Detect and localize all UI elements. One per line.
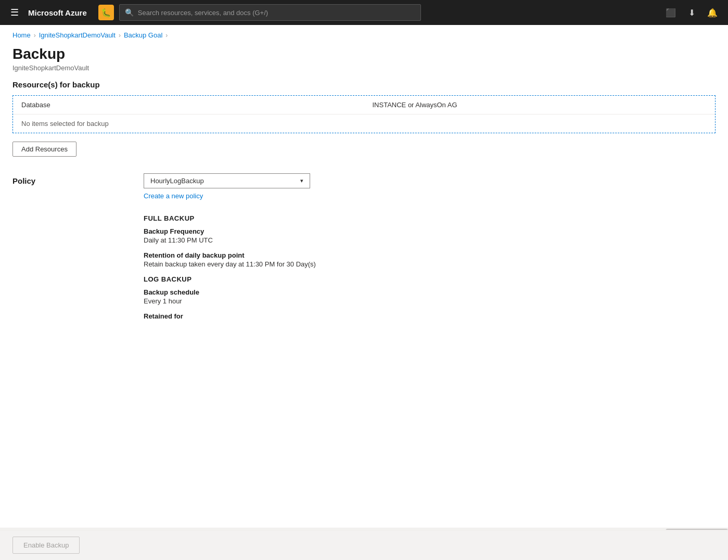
- retained-for: Retained for: [144, 312, 716, 320]
- topbar: ☰ Microsoft Azure 🐛 🔍 ⬛ ⬇ 🔔: [0, 0, 728, 25]
- full-backup-title: FULL BACKUP: [144, 214, 716, 222]
- breadcrumb-vault[interactable]: IgniteShopkartDemoVault: [39, 31, 116, 39]
- full-backup-frequency-label: Backup Frequency: [144, 227, 716, 235]
- create-policy-link[interactable]: Create a new policy: [144, 192, 203, 200]
- retention-daily: Retention of daily backup point Retain b…: [144, 251, 716, 268]
- hamburger-icon: ☰: [10, 7, 19, 18]
- search-input[interactable]: [138, 9, 415, 17]
- resources-table: Database INSTANCE or AlwaysOn AG No item…: [13, 96, 715, 133]
- log-schedule: Backup schedule Every 1 hour: [144, 288, 716, 305]
- breadcrumb-sep-2: ›: [119, 32, 121, 39]
- settings-icon-button[interactable]: ⬇: [682, 3, 701, 22]
- search-bar[interactable]: 🔍: [119, 4, 421, 21]
- breadcrumb: Home › IgniteShopkartDemoVault › Backup …: [0, 25, 728, 41]
- hamburger-menu[interactable]: ☰: [6, 5, 23, 20]
- resources-section-title: Resource(s) for backup: [12, 80, 716, 89]
- retained-for-label: Retained for: [144, 312, 716, 320]
- full-backup-frequency-value: Daily at 11:30 PM UTC: [144, 236, 716, 244]
- policy-label: Policy: [12, 173, 127, 185]
- retention-label: Retention of daily backup point: [144, 251, 716, 259]
- policy-dropdown[interactable]: HourlyLogBackup ▾: [144, 173, 310, 188]
- terminal-icon-button[interactable]: ⬛: [661, 3, 680, 22]
- page-subtitle: IgniteShopkartDemoVault: [12, 64, 716, 72]
- breadcrumb-home[interactable]: Home: [12, 31, 31, 39]
- policy-controls: HourlyLogBackup ▾ Create a new policy: [144, 173, 716, 200]
- main-content: Resource(s) for backup Database INSTANCE…: [0, 80, 728, 320]
- bug-icon: 🐛: [101, 8, 111, 18]
- policy-details: FULL BACKUP Backup Frequency Daily at 11…: [144, 214, 716, 320]
- log-schedule-value: Every 1 hour: [144, 297, 716, 305]
- notification-icon-button[interactable]: 🔔: [703, 3, 722, 22]
- col-header-instance: INSTANCE or AlwaysOn AG: [364, 96, 716, 114]
- full-backup-frequency: Backup Frequency Daily at 11:30 PM UTC: [144, 227, 716, 244]
- settings-icon: ⬇: [688, 8, 695, 18]
- topbar-icons: ⬛ ⬇ 🔔: [661, 3, 722, 22]
- log-backup-title: LOG BACKUP: [144, 275, 716, 283]
- policy-section: Policy HourlyLogBackup ▾ Create a new po…: [12, 173, 716, 204]
- app-title: Microsoft Azure: [28, 8, 87, 17]
- col-header-database: Database: [13, 96, 364, 114]
- breadcrumb-sep-1: ›: [34, 32, 36, 39]
- search-icon: 🔍: [125, 8, 134, 17]
- page-title: Backup: [12, 45, 716, 63]
- breadcrumb-sep-3: ›: [165, 32, 168, 39]
- policy-selected-value: HourlyLogBackup: [150, 177, 204, 185]
- chevron-down-icon: ▾: [300, 177, 303, 184]
- add-resources-button[interactable]: Add Resources: [12, 142, 76, 157]
- page-header: Backup IgniteShopkartDemoVault: [0, 41, 728, 80]
- bug-icon-badge: 🐛: [98, 5, 114, 20]
- resources-container: Database INSTANCE or AlwaysOn AG No item…: [12, 95, 716, 133]
- empty-row: No items selected for backup: [13, 114, 715, 133]
- breadcrumb-goal[interactable]: Backup Goal: [124, 31, 162, 39]
- retention-value: Retain backup taken every day at 11:30 P…: [144, 260, 716, 268]
- empty-message: No items selected for backup: [13, 114, 715, 133]
- policy-row: Policy HourlyLogBackup ▾ Create a new po…: [12, 173, 716, 200]
- log-schedule-label: Backup schedule: [144, 288, 716, 296]
- bell-icon: 🔔: [707, 8, 718, 18]
- terminal-icon: ⬛: [666, 8, 676, 18]
